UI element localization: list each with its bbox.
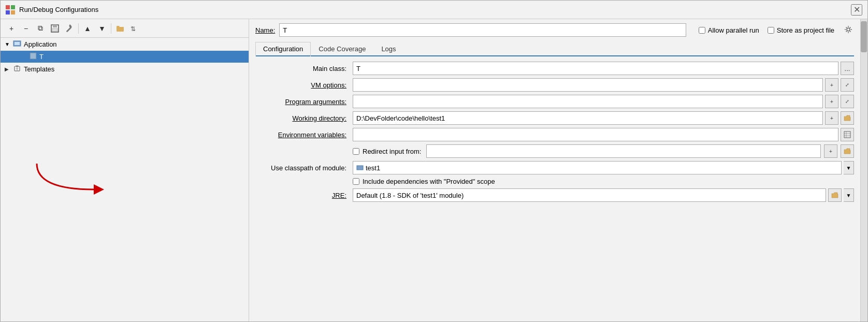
scrollbar[interactable]	[860, 19, 867, 321]
working-dir-add-button[interactable]: +	[825, 111, 838, 125]
redirect-browse-button[interactable]	[841, 144, 854, 158]
svg-rect-16	[844, 131, 850, 138]
redirect-checkbox[interactable]	[353, 148, 359, 155]
gear-button[interactable]	[843, 24, 854, 36]
parallel-run-label: Allow parallel run	[708, 26, 759, 34]
svg-rect-10	[30, 53, 36, 59]
program-args-add-button[interactable]: +	[825, 95, 838, 108]
working-dir-browse-button[interactable]	[841, 111, 854, 125]
templates-label: Templates	[24, 65, 54, 73]
program-args-row: + ⤢	[353, 95, 854, 108]
classpath-label: Use classpath of module:	[255, 164, 349, 172]
redirect-label-text: Redirect input from:	[363, 148, 421, 155]
toolbar-separator	[78, 23, 79, 34]
folder-open-icon	[844, 114, 851, 122]
jre-label: JRE:	[255, 192, 349, 199]
t-label: T	[39, 53, 44, 61]
tree-item-application[interactable]: ▼ Application	[1, 38, 249, 51]
configuration-form: Main class: ... VM options: + ⤢ Program …	[255, 62, 854, 202]
scrollbar-thumb[interactable]	[861, 21, 867, 52]
svg-rect-6	[52, 28, 57, 32]
arrow-indicator	[32, 158, 114, 200]
redirect-row: Redirect input from: +	[353, 144, 854, 158]
folder-icon	[116, 24, 124, 33]
main-class-label: Main class:	[255, 65, 349, 72]
move-down-button[interactable]: ▼	[95, 22, 109, 35]
sort-button[interactable]: ⇅	[128, 22, 141, 35]
toolbar-separator-2	[111, 23, 111, 34]
parallel-run-checkbox[interactable]	[699, 27, 705, 34]
main-class-input[interactable]	[353, 62, 838, 75]
tree-item-templates[interactable]: ▶ Templates	[1, 63, 249, 76]
classpath-value: test1	[366, 164, 380, 172]
right-panel: Name: Allow parallel run Store as projec…	[249, 19, 860, 321]
store-project-checkbox[interactable]	[768, 27, 774, 34]
remove-button[interactable]: −	[19, 22, 33, 35]
vm-options-add-button[interactable]: +	[825, 78, 838, 92]
parallel-run-row: Allow parallel run	[699, 26, 759, 34]
svg-rect-0	[6, 5, 10, 9]
title-bar: Run/Debug Configurations ✕	[1, 1, 867, 19]
svg-marker-14	[94, 184, 104, 195]
left-toolbar: + − ⧉ ▲ ▼	[1, 19, 249, 38]
main-class-row: ...	[353, 62, 854, 75]
wrench-icon	[65, 24, 74, 33]
name-label: Name:	[255, 26, 275, 34]
env-vars-input[interactable]	[353, 128, 838, 141]
jre-browse-button[interactable]	[828, 188, 842, 202]
store-project-label: Store as project file	[777, 26, 834, 34]
jre-row: Default (1.8 - SDK of 'test1' module) ▼	[353, 188, 854, 202]
close-button[interactable]: ✕	[851, 4, 862, 16]
include-deps-checkbox[interactable]	[353, 178, 359, 185]
classpath-row: test1 ▼	[353, 161, 854, 174]
dialog-title: Run/Debug Configurations	[19, 6, 98, 13]
tree-container: ▼ Application	[1, 38, 249, 76]
redirect-input[interactable]	[426, 144, 821, 158]
vm-options-row: + ⤢	[353, 78, 854, 92]
move-up-button[interactable]: ▲	[81, 22, 94, 35]
tree-arrow-application: ▼	[5, 41, 13, 47]
program-args-input[interactable]	[353, 95, 823, 108]
jre-value: Default (1.8 - SDK of 'test1' module)	[356, 192, 464, 199]
tab-logs[interactable]: Logs	[373, 42, 403, 55]
env-vars-browse-button[interactable]	[841, 128, 854, 141]
svg-point-15	[847, 28, 850, 31]
table-icon	[844, 131, 851, 138]
folder-button[interactable]	[113, 22, 127, 35]
save-icon	[51, 24, 59, 33]
templates-icon	[13, 64, 21, 74]
save-button[interactable]	[48, 22, 62, 35]
svg-rect-3	[11, 10, 15, 14]
svg-rect-5	[53, 25, 57, 27]
vm-options-expand-button[interactable]: ⤢	[841, 78, 854, 92]
tab-code-coverage[interactable]: Code Coverage	[311, 42, 373, 55]
working-dir-row: +	[353, 111, 854, 125]
add-button[interactable]: +	[5, 22, 18, 35]
program-args-expand-button[interactable]: ⤢	[841, 95, 854, 108]
redirect-add-button[interactable]: +	[824, 144, 837, 158]
tree-item-t[interactable]: T	[1, 51, 249, 63]
jre-dropdown-arrow[interactable]: ▼	[844, 188, 854, 202]
title-bar-left: Run/Debug Configurations	[6, 5, 98, 14]
jre-dropdown[interactable]: Default (1.8 - SDK of 'test1' module)	[353, 188, 826, 202]
svg-text:⇅: ⇅	[131, 25, 136, 33]
classpath-dropdown-arrow[interactable]: ▼	[844, 161, 854, 174]
wrench-button[interactable]	[63, 22, 76, 35]
program-args-label: Program arguments:	[255, 98, 349, 106]
name-row: Name: Allow parallel run Store as projec…	[255, 23, 854, 37]
top-options: Allow parallel run Store as project file	[699, 24, 854, 36]
t-icon	[30, 52, 37, 61]
working-dir-input[interactable]	[353, 111, 823, 125]
main-class-browse-button[interactable]: ...	[841, 62, 854, 75]
tabs-bar: Configuration Code Coverage Logs	[255, 42, 854, 56]
env-vars-row	[353, 128, 854, 141]
module-icon	[356, 164, 364, 171]
vm-options-input[interactable]	[353, 78, 823, 92]
folder-open-icon-2	[844, 148, 851, 155]
name-input[interactable]	[279, 23, 686, 37]
classpath-dropdown[interactable]: test1	[353, 161, 842, 174]
tab-configuration[interactable]: Configuration	[255, 42, 311, 56]
copy-button[interactable]: ⧉	[34, 22, 47, 35]
run-debug-dialog: Run/Debug Configurations ✕ + − ⧉	[0, 0, 868, 322]
svg-rect-20	[357, 166, 363, 170]
